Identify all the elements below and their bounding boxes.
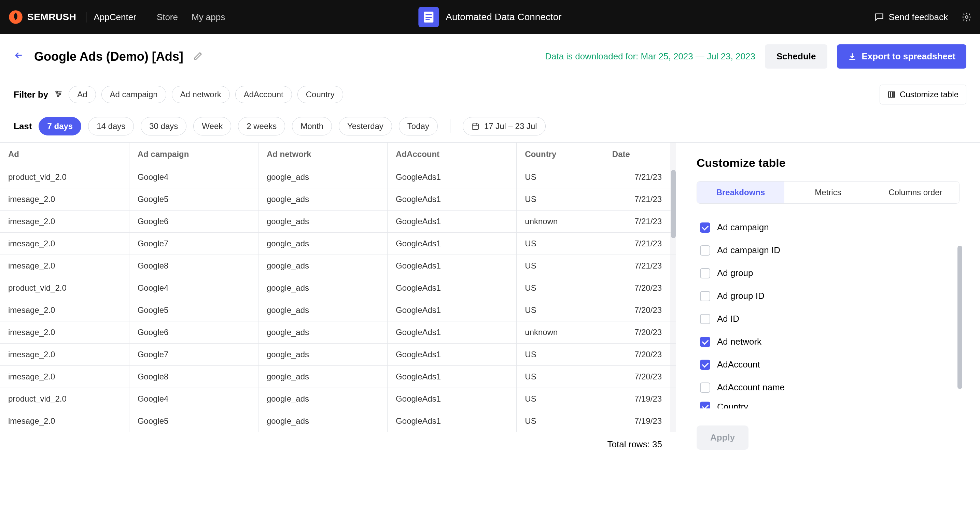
- breakdown-option-adaccount[interactable]: AdAccount: [697, 353, 959, 376]
- last-label: Last: [14, 121, 32, 132]
- table-row[interactable]: imesage_2.0Google6google_adsGoogleAds1un…: [0, 322, 676, 344]
- checkbox[interactable]: [700, 360, 710, 370]
- semrush-flame-icon: [8, 10, 23, 25]
- send-feedback-button[interactable]: Send feedback: [875, 12, 948, 22]
- breakdown-option-ad-campaign-id[interactable]: Ad campaign ID: [697, 239, 959, 262]
- checkbox[interactable]: [700, 402, 710, 408]
- appcenter-link[interactable]: AppCenter: [86, 12, 136, 22]
- scroll-gutter: [670, 255, 676, 277]
- table-row[interactable]: imesage_2.0Google5google_adsGoogleAds1US…: [0, 410, 676, 432]
- cell: 7/21/23: [604, 188, 670, 211]
- checkbox[interactable]: [700, 337, 710, 347]
- date-chip-2-weeks[interactable]: 2 weeks: [238, 117, 285, 135]
- filter-chip-country[interactable]: Country: [298, 86, 343, 103]
- breakdown-option-ad-id[interactable]: Ad ID: [697, 308, 959, 330]
- cell: product_vid_2.0: [0, 277, 129, 299]
- filter-chip-adaccount[interactable]: AdAccount: [235, 86, 292, 103]
- table-row[interactable]: imesage_2.0Google5google_adsGoogleAds1US…: [0, 188, 676, 211]
- tab-metrics[interactable]: Metrics: [784, 182, 872, 203]
- table-row[interactable]: imesage_2.0Google7google_adsGoogleAds1US…: [0, 233, 676, 255]
- table-row[interactable]: imesage_2.0Google7google_adsGoogleAds1US…: [0, 344, 676, 366]
- checkbox[interactable]: [700, 268, 710, 278]
- column-header-ad-campaign[interactable]: Ad campaign: [129, 143, 258, 166]
- filter-chip-ad-network[interactable]: Ad network: [172, 86, 230, 103]
- cell: product_vid_2.0: [0, 388, 129, 410]
- column-header-ad-network[interactable]: Ad network: [258, 143, 387, 166]
- panel-scrollbar[interactable]: [958, 246, 962, 389]
- breakdown-option-ad-campaign[interactable]: Ad campaign: [697, 216, 959, 239]
- breakdown-option-ad-group-id[interactable]: Ad group ID: [697, 285, 959, 308]
- feedback-icon: [875, 12, 884, 22]
- table-row[interactable]: product_vid_2.0Google4google_adsGoogleAd…: [0, 388, 676, 410]
- filter-chip-ad[interactable]: Ad: [68, 86, 95, 103]
- svg-rect-3: [425, 17, 432, 18]
- checkbox-label: Ad campaign: [717, 222, 769, 233]
- date-chip-today[interactable]: Today: [399, 117, 438, 135]
- filters-row: Filter by AdAd campaignAd networkAdAccou…: [0, 79, 980, 110]
- main: AdAd campaignAd networkAdAccountCountryD…: [0, 143, 980, 463]
- breakdown-option-ad-group[interactable]: Ad group: [697, 262, 959, 285]
- cell: google_ads: [258, 344, 387, 366]
- customize-table-button[interactable]: Customize table: [880, 85, 966, 105]
- data-status: Data is downloaded for: Mar 25, 2023 — J…: [545, 51, 755, 62]
- sort-icon: [114, 151, 121, 158]
- table-row[interactable]: imesage_2.0Google6google_adsGoogleAds1un…: [0, 211, 676, 233]
- cell: GoogleAds1: [388, 188, 517, 211]
- date-chip-7-days[interactable]: 7 days: [38, 117, 81, 135]
- column-header-country[interactable]: Country: [517, 143, 604, 166]
- semrush-logo[interactable]: SEMRUSH: [8, 10, 76, 25]
- export-button[interactable]: Export to spreadsheet: [837, 44, 966, 68]
- filter-chip-ad-campaign[interactable]: Ad campaign: [102, 86, 166, 103]
- checkbox[interactable]: [700, 291, 710, 301]
- column-header-ad[interactable]: Ad: [0, 143, 129, 166]
- breakdown-option-adaccount-name[interactable]: AdAccount name: [697, 376, 959, 399]
- apply-button[interactable]: Apply: [697, 425, 748, 450]
- date-range-picker[interactable]: 17 Jul – 23 Jul: [463, 117, 546, 135]
- date-chip-14-days[interactable]: 14 days: [88, 117, 134, 135]
- scroll-gutter: [670, 277, 676, 299]
- table-row[interactable]: product_vid_2.0Google4google_adsGoogleAd…: [0, 277, 676, 299]
- checkbox[interactable]: [700, 314, 710, 324]
- panel-tabs: BreakdownsMetricsColumns order: [697, 181, 959, 204]
- table-row[interactable]: imesage_2.0Google8google_adsGoogleAds1US…: [0, 255, 676, 277]
- checkbox-label: Ad network: [717, 336, 762, 347]
- cell: US: [517, 233, 604, 255]
- filter-sliders-icon[interactable]: [54, 89, 63, 100]
- table-row[interactable]: imesage_2.0Google5google_adsGoogleAds1US…: [0, 299, 676, 322]
- cell: imesage_2.0: [0, 322, 129, 344]
- cell: 7/21/23: [604, 255, 670, 277]
- scroll-gutter: [670, 410, 676, 432]
- cell: Google7: [129, 233, 258, 255]
- table-row[interactable]: imesage_2.0Google8google_adsGoogleAds1US…: [0, 366, 676, 388]
- cell: GoogleAds1: [388, 255, 517, 277]
- back-arrow-icon[interactable]: [14, 50, 24, 63]
- date-chip-30-days[interactable]: 30 days: [141, 117, 186, 135]
- cell: 7/20/23: [604, 344, 670, 366]
- edit-pencil-icon[interactable]: [194, 52, 202, 62]
- cell: imesage_2.0: [0, 344, 129, 366]
- nav-myapps[interactable]: My apps: [192, 12, 225, 22]
- nav-store[interactable]: Store: [157, 12, 178, 22]
- column-header-date[interactable]: Date: [604, 143, 670, 166]
- cell: 7/21/23: [604, 166, 670, 188]
- checkbox[interactable]: [700, 222, 710, 233]
- breakdown-option-ad-network[interactable]: Ad network: [697, 330, 959, 353]
- column-header-adaccount[interactable]: AdAccount: [388, 143, 517, 166]
- sort-icon: [589, 151, 595, 158]
- breakdown-option-country[interactable]: Country: [697, 399, 959, 408]
- settings-gear-icon[interactable]: [962, 12, 972, 22]
- table-scrollbar[interactable]: [671, 170, 676, 238]
- checkbox[interactable]: [700, 245, 710, 255]
- schedule-button[interactable]: Schedule: [765, 44, 828, 68]
- checkbox-label: Ad campaign ID: [717, 245, 780, 255]
- date-chip-week[interactable]: Week: [193, 117, 231, 135]
- table-row[interactable]: product_vid_2.0Google4google_adsGoogleAd…: [0, 166, 676, 188]
- date-chip-yesterday[interactable]: Yesterday: [339, 117, 392, 135]
- date-chip-month[interactable]: Month: [292, 117, 332, 135]
- tab-columns-order[interactable]: Columns order: [872, 182, 959, 203]
- checkbox[interactable]: [700, 382, 710, 393]
- cell: US: [517, 366, 604, 388]
- cell: imesage_2.0: [0, 188, 129, 211]
- tab-breakdowns[interactable]: Breakdowns: [697, 182, 784, 203]
- svg-rect-12: [472, 124, 478, 129]
